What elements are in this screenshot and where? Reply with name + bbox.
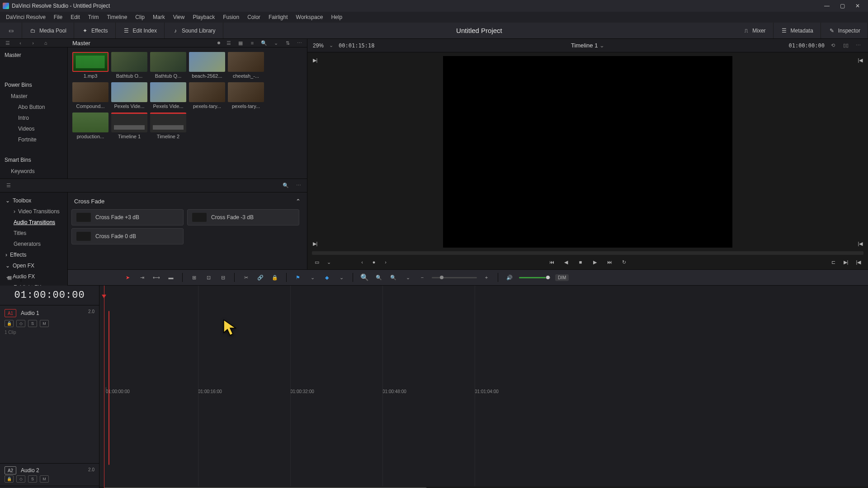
dynamic-trim-icon[interactable]: ⟷ — [151, 272, 161, 282]
step-back-icon[interactable]: ◀ — [562, 258, 570, 266]
menu-edit[interactable]: Edit — [66, 14, 84, 20]
bin-list-icon[interactable]: ☰ — [4, 39, 12, 47]
metadata-button[interactable]: ☰Metadata — [778, 25, 816, 36]
nav-fwd-icon[interactable]: › — [29, 39, 37, 47]
next-edit-icon[interactable]: › — [382, 258, 390, 266]
clip-item[interactable]: pexels-tary... — [189, 82, 225, 109]
bin-intro[interactable]: Intro — [0, 113, 67, 123]
menu-help[interactable]: Help — [327, 14, 346, 20]
marker-icon[interactable]: ● — [370, 258, 378, 266]
loop-icon[interactable]: ↻ — [620, 258, 628, 266]
flag-icon[interactable]: ⚑ — [293, 272, 303, 282]
effects-button[interactable]: ✦Effects — [79, 25, 110, 36]
track-badge-a2[interactable]: A2 — [5, 466, 16, 474]
out-point-icon[interactable]: |◀ — [856, 239, 864, 248]
menu-file[interactable]: File — [50, 14, 66, 20]
goto-out-icon[interactable]: ▶| — [842, 258, 850, 266]
minimize-button[interactable]: — — [819, 1, 835, 11]
fx-more-icon[interactable]: ⋯ — [294, 182, 302, 190]
clip-item[interactable]: cheetah_-... — [228, 52, 264, 79]
tl-view-opts-icon[interactable]: ▦ — [5, 272, 14, 282]
menu-mark[interactable]: Mark — [149, 14, 169, 20]
more-icon[interactable]: ⋯ — [295, 39, 303, 47]
trim-tool-icon[interactable]: ⇥ — [137, 272, 147, 282]
track-solo-button[interactable]: S — [28, 320, 37, 327]
first-frame-icon[interactable]: ▶| — [311, 56, 319, 64]
preview-monitor[interactable] — [443, 56, 732, 248]
menu-trim[interactable]: Trim — [84, 14, 103, 20]
marker-add-icon[interactable]: ◆ — [322, 272, 332, 282]
chevron-down-icon[interactable]: ⌄ — [307, 272, 317, 282]
goto-in-icon[interactable]: ⊏ — [829, 258, 837, 266]
zoom-slider[interactable] — [432, 277, 477, 278]
bin-keywords[interactable]: Keywords — [0, 166, 67, 177]
clip-item[interactable]: pexels-tary... — [228, 82, 264, 109]
insert-clip-icon[interactable]: ⊞ — [189, 272, 199, 282]
track-lock-icon[interactable]: 🔒 — [5, 320, 14, 327]
fx-crossfade-plus3[interactable]: Cross Fade +3 dB — [71, 209, 184, 225]
mixer-button[interactable]: ⎍Mixer — [740, 25, 768, 36]
track-header-a2[interactable]: A2 Audio 2 2.0 🔒 ◇ S M — [0, 464, 99, 486]
list-view-icon[interactable]: ☰ — [225, 39, 233, 47]
menu-color[interactable]: Color — [243, 14, 264, 20]
clip-item[interactable]: Timeline 2 — [150, 113, 186, 139]
replace-clip-icon[interactable]: ⊟ — [218, 272, 228, 282]
zoom-out-icon[interactable]: − — [417, 272, 427, 282]
breadcrumb[interactable]: Master — [54, 40, 213, 47]
menu-playback[interactable]: Playback — [189, 14, 219, 20]
track-lock-icon[interactable]: 🔒 — [5, 475, 14, 483]
home-icon[interactable]: ⌂ — [42, 39, 50, 47]
track-auto-icon[interactable]: ◇ — [16, 320, 25, 327]
search-icon[interactable]: 🔍 — [260, 39, 268, 47]
menu-davinci[interactable]: DaVinci Resolve — [2, 14, 50, 20]
nav-back-icon[interactable]: ‹ — [16, 39, 24, 47]
clip-item[interactable]: beach-2562... — [189, 52, 225, 79]
viewer-zoom[interactable]: 29% — [313, 42, 324, 49]
pointer-tool-icon[interactable]: ➤ — [123, 272, 132, 282]
chevron-down-icon[interactable]: ⌄ — [329, 42, 333, 48]
bin-fortnite[interactable]: Fortnite — [0, 134, 67, 145]
fx-search-icon[interactable]: 🔍 — [282, 182, 290, 190]
sound-library-button[interactable]: ♪Sound Library — [169, 25, 218, 36]
bin-power-master[interactable]: Master — [0, 91, 67, 102]
timeline-name[interactable]: Timeline 1 — [571, 42, 598, 49]
fx-crossfade-0[interactable]: Cross Fade 0 dB — [71, 228, 184, 244]
blade-tool-icon[interactable]: ▬ — [166, 272, 176, 282]
fx-tree-icon[interactable]: ☰ — [5, 182, 13, 190]
fx-crossfade-minus3[interactable]: Cross Fade -3 dB — [187, 209, 299, 225]
tl-find-icon[interactable]: 🔍 — [388, 272, 398, 282]
fx-toolbox[interactable]: ⌄Toolbox — [0, 195, 67, 206]
smart-bins-header[interactable]: Smart Bins — [0, 154, 67, 166]
menu-fairlight[interactable]: Fairlight — [264, 14, 292, 20]
timeline-tracks[interactable]: 01:00:00:00 01:00:16:00 01:00:32:00 01:0… — [99, 286, 868, 488]
clip-item[interactable]: 1.mp3 — [72, 52, 108, 79]
edit-index-button[interactable]: ☰Edit Index — [120, 25, 160, 36]
jog-bar[interactable] — [312, 251, 863, 255]
clip-item[interactable]: Bathtub O... — [111, 52, 147, 79]
zoom-in-icon[interactable]: + — [481, 272, 491, 282]
volume-icon[interactable]: 🔊 — [505, 272, 514, 282]
menu-view[interactable]: View — [169, 14, 189, 20]
viewer-more-icon[interactable]: ⋯ — [854, 42, 863, 50]
in-point-icon[interactable]: ▶| — [311, 239, 319, 248]
fx-video-transitions[interactable]: ›Video Transitions — [0, 206, 67, 217]
clip-item[interactable]: Bathtub Q... — [150, 52, 186, 79]
track-mute-button[interactable]: M — [40, 320, 49, 327]
clip-item[interactable]: production... — [72, 113, 108, 139]
clip-item[interactable]: Pexels Vide... — [150, 82, 186, 109]
prev-edit-icon[interactable]: ‹ — [358, 258, 366, 266]
track-badge-a1[interactable]: A1 — [5, 309, 16, 317]
audio-clip[interactable] — [108, 311, 109, 465]
timeline-scrollbar[interactable] — [99, 486, 868, 488]
dim-button[interactable]: DIM — [555, 274, 569, 281]
bin-videos[interactable]: Videos — [0, 123, 67, 134]
overwrite-clip-icon[interactable]: ⊡ — [203, 272, 213, 282]
clip-item[interactable]: Timeline 1 — [111, 113, 147, 139]
track-header-a1[interactable]: A1 Audio 1 2.0 🔒 ◇ S M 1 Clip — [0, 305, 99, 464]
tl-search2-icon[interactable]: 🔍 — [374, 272, 384, 282]
playhead[interactable] — [104, 286, 104, 488]
stop-icon[interactable]: ■ — [576, 258, 585, 266]
strip-view-icon[interactable]: ≡ — [248, 39, 256, 47]
track-mute-button[interactable]: M — [40, 475, 49, 483]
clip-item[interactable]: Pexels Vide... — [111, 82, 147, 109]
